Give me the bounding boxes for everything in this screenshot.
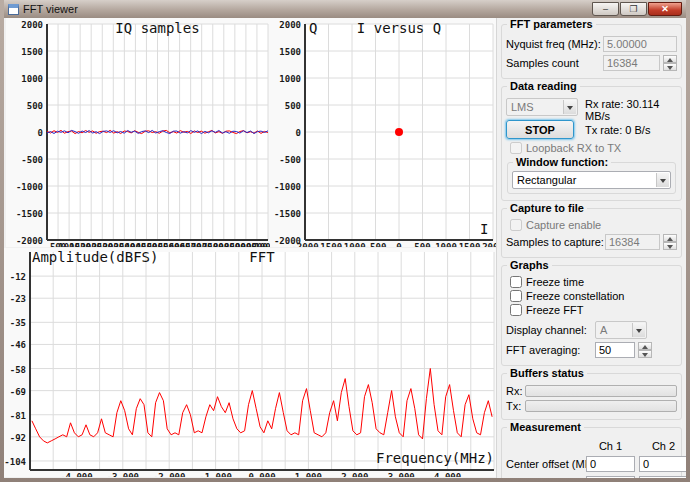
freeze-time-label: Freeze time [526,276,584,288]
group-window-function: Window function: Rectangular [507,162,676,194]
fft-chart[interactable]: Amplitude(dBFS) FFT Frequency(MHz) -4.00… [4,248,496,477]
iq-chart-title: IQ samples [47,20,268,36]
freeze-constellation-checkbox[interactable] [510,290,522,302]
y-tick-label: -500 [270,155,301,165]
y-tick-label: -58 [4,365,26,375]
fft-chart-title: FFT [30,249,494,265]
constellation-chart[interactable]: I versus Q Q I -2000-1500-1000-500050010… [270,18,496,247]
x-tick-label: 1.000 [288,472,328,477]
fft-averaging-spinner[interactable] [638,342,652,358]
ch1-header: Ch 1 [586,440,635,452]
titlebar[interactable]: FFT viewer – ❐ ✕ [4,0,686,18]
display-channel-select[interactable]: A [595,321,647,339]
center-offset-ch1-input[interactable] [586,456,635,472]
y-tick-label: 2000 [270,20,301,30]
device-select[interactable]: LMS SISO [506,98,578,116]
constellation-plot [270,18,496,247]
display-channel-value: A [600,324,607,336]
freeze-constellation-row[interactable]: Freeze constellation [510,290,677,302]
maximize-button[interactable]: ❐ [620,2,647,16]
samples-to-capture-input[interactable]: 16384 [605,234,660,250]
y-tick-label: -23 [4,294,26,304]
window-function-select[interactable]: Rectangular [512,171,671,189]
loopback-checkbox[interactable] [510,142,522,154]
y-tick-label: -35 [4,318,26,328]
bandwidth-ch1-input[interactable] [586,476,635,478]
close-button[interactable]: ✕ [648,2,682,16]
y-tick-label: 0 [6,128,43,138]
y-tick-label: -500 [6,155,43,165]
samples-count-input[interactable]: 16384 [603,55,660,71]
group-data-reading: Data reading LMS SISO STOP Rx rate: 30.1… [501,86,682,201]
y-tick-label: -81 [4,411,26,421]
y-tick-label: -46 [4,340,26,350]
group-fft-parameters: FFT parameters Nyquist freq (MHz): 5.000… [501,24,682,79]
group-buffers-title: Buffers status [507,367,587,379]
group-fft-parameters-title: FFT parameters [507,18,596,30]
bandwidth-row: Bandwidth (MHz): [506,476,677,478]
fft-viewer-window: FFT viewer – ❐ ✕ IQ samples 500100015002… [0,0,690,482]
group-data-reading-title: Data reading [507,80,580,92]
rx-buffer-progressbar [525,385,677,397]
rx-buffer-label: Rx: [506,385,522,397]
group-graphs: Graphs Freeze time Freeze constellation … [501,265,682,366]
constellation-y-axis-label: Q [309,20,317,36]
x-tick-label: -3.000 [103,472,143,477]
nyquist-freq-label: Nyquist freq (MHz): [506,38,600,50]
client-area: IQ samples 50010001500200025003000350040… [4,18,686,478]
fft-averaging-input[interactable] [595,342,635,358]
app-icon [8,4,19,15]
y-tick-label: -1500 [270,209,301,219]
loopback-checkbox-row[interactable]: Loopback RX to TX [510,142,677,154]
center-offset-row: Center offset (MHz): [506,456,677,472]
window-title: FFT viewer [23,3,592,15]
minimize-button[interactable]: – [592,2,619,16]
samples-to-capture-spinner[interactable] [663,234,677,250]
samples-count-label: Samples count [506,57,600,69]
fft-x-axis-label: Frequency(MHz) [30,450,494,466]
capture-enable-label: Capture enable [526,219,601,231]
y-tick-label: 500 [270,101,301,111]
bandwidth-ch2-input[interactable] [639,476,686,478]
freeze-time-checkbox[interactable] [510,276,522,288]
y-tick-label: -69 [4,387,26,397]
constellation-x-axis-label: I [480,221,488,237]
group-measurement-title: Measurement [507,421,584,433]
iq-samples-chart[interactable]: IQ samples 50010001500200025003000350040… [6,18,270,247]
y-tick-label: -1000 [270,182,301,192]
y-tick-label: 1500 [6,47,43,57]
x-tick-label: 4.000 [428,472,468,477]
constellation-chart-title: I versus Q [305,20,493,36]
y-tick-label: 1500 [270,47,301,57]
device-select-value: LMS SISO [511,101,537,116]
samples-to-capture-label: Samples to capture: [506,236,602,248]
y-tick-label: -2000 [270,236,301,246]
display-channel-label: Display channel: [506,324,592,336]
y-tick-label: 1000 [270,74,301,84]
stop-button[interactable]: STOP [506,120,574,139]
capture-enable-row[interactable]: Capture enable [510,219,677,231]
y-tick-label: -12 [4,272,26,282]
freeze-fft-checkbox[interactable] [510,304,522,316]
rx-rate-text: Rx rate: 30.114 MB/s [585,98,677,122]
group-capture-to-file: Capture to file Capture enable Samples t… [501,208,682,258]
group-measurement: Measurement Ch 1 Ch 2 Center offset (MHz… [501,427,682,478]
freeze-time-row[interactable]: Freeze time [510,276,677,288]
nyquist-freq-input[interactable]: 5.00000 [603,36,677,52]
y-tick-label: 2000 [6,20,43,30]
capture-enable-checkbox[interactable] [510,219,522,231]
freeze-fft-row[interactable]: Freeze FFT [510,304,677,316]
x-tick-label: -4.000 [56,472,96,477]
x-tick-label: -2.000 [149,472,189,477]
center-offset-ch2-input[interactable] [639,456,686,472]
x-tick-label: 2.000 [335,472,375,477]
samples-count-spinner[interactable] [663,55,677,71]
control-panel: FFT parameters Nyquist freq (MHz): 5.000… [496,18,686,478]
freeze-constellation-label: Freeze constellation [526,290,624,302]
iq-plot [6,18,270,247]
freeze-fft-label: Freeze FFT [526,304,583,316]
chevron-down-icon [563,100,576,114]
y-tick-label: -2000 [6,236,43,246]
fft-plot [4,248,496,477]
tx-buffer-progressbar [525,400,677,412]
